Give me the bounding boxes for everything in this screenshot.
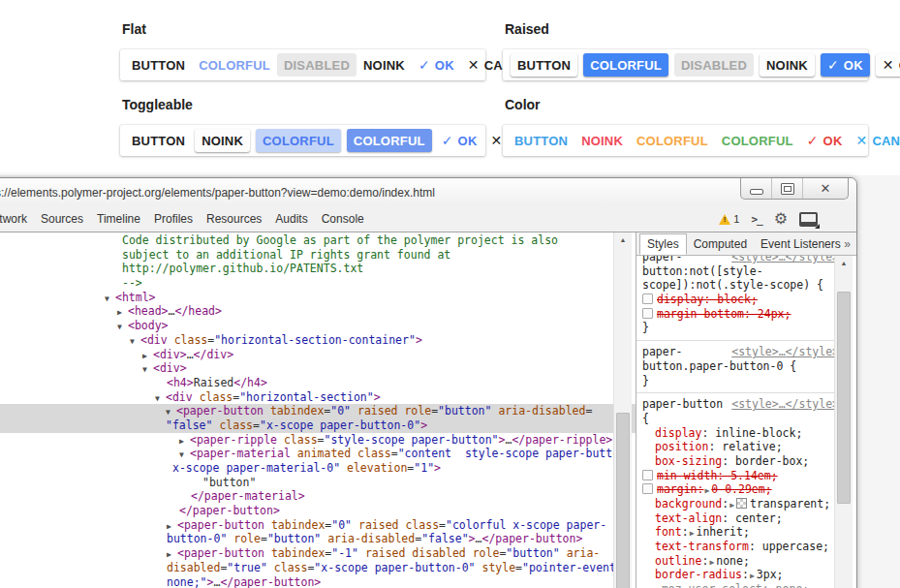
devtools-tab-network[interactable]: Network: [0, 212, 34, 226]
css-line[interactable]: }: [636, 374, 842, 388]
css-line[interactable]: {: [636, 412, 842, 426]
styles-tab-styles[interactable]: Styles: [639, 233, 687, 255]
devtools-tab-audits[interactable]: Audits: [268, 212, 314, 226]
console-toggle-icon[interactable]: >_: [751, 213, 761, 226]
noink-button[interactable]: NOINK: [760, 53, 815, 77]
css-line[interactable]: display: block;: [636, 293, 842, 307]
tree-line[interactable]: ▼<div>: [0, 361, 636, 376]
stylesheet-link[interactable]: <style>…</style>: [731, 345, 839, 359]
css-line[interactable]: -moz-user-select: none;: [636, 582, 842, 588]
tree-line[interactable]: subject to an additional IP rights grant…: [0, 248, 636, 263]
styles-tab-event-listeners[interactable]: Event Listeners: [754, 234, 848, 254]
css-line[interactable]: outline:▶none;: [636, 554, 842, 569]
tree-arrow-icon[interactable]: ▼: [105, 293, 115, 307]
css-line[interactable]: text-transform: uppercase;: [636, 540, 842, 554]
more-tabs-icon[interactable]: »: [844, 237, 851, 251]
colorful-button[interactable]: COLORFUL: [256, 129, 341, 152]
tree-line[interactable]: ▼<div class="horizontal-section-containe…: [0, 333, 636, 348]
noink-button[interactable]: NOINK: [574, 129, 630, 152]
css-line[interactable]: position: relative;: [636, 440, 842, 454]
stylesheet-link[interactable]: <style>…</style>: [731, 397, 839, 412]
scroll-up-arrow-icon[interactable]: ▲: [614, 232, 632, 247]
expand-arrow-icon[interactable]: ▶: [704, 486, 709, 495]
property-checkbox[interactable]: [642, 483, 653, 494]
styles-scrollbar-thumb[interactable]: [837, 292, 851, 504]
stylesheet-link[interactable]: <style>…</style>: [731, 256, 839, 264]
button-button[interactable]: BUTTON: [125, 53, 192, 77]
styles-tab-computed[interactable]: Computed: [687, 234, 754, 254]
css-line[interactable]: }: [636, 321, 842, 335]
tree-line[interactable]: http://polymer.github.io/PATENTS.txt: [0, 262, 636, 276]
warnings-counter[interactable]: 1: [719, 213, 739, 225]
colorful-button[interactable]: COLORFUL: [630, 129, 715, 152]
button-button[interactable]: BUTTON: [125, 129, 192, 152]
property-checkbox[interactable]: [642, 294, 653, 304]
colorful-button[interactable]: COLORFUL: [715, 129, 800, 152]
devtools-tab-profiles[interactable]: Profiles: [147, 212, 200, 226]
ok-button[interactable]: ✓OK: [412, 53, 461, 77]
css-line[interactable]: button.paper-button-0 {: [636, 359, 842, 374]
ok-button[interactable]: ✓OK: [435, 129, 484, 152]
tree-arrow-icon[interactable]: ▼: [117, 321, 128, 335]
tree-line[interactable]: -->: [0, 276, 636, 291]
tree-line[interactable]: </paper-button>: [0, 504, 636, 518]
close-button[interactable]: ✕: [803, 178, 848, 199]
css-line[interactable]: scope]):not(.style-scope) {: [636, 278, 842, 293]
button-button[interactable]: BUTTON: [508, 129, 574, 152]
css-line[interactable]: paper-<style>…</style>: [636, 345, 842, 359]
tree-line[interactable]: </paper-material>: [0, 489, 636, 504]
devtools-tab-console[interactable]: Console: [315, 212, 371, 226]
css-line[interactable]: font:▶inherit;: [636, 525, 842, 540]
colorful-button[interactable]: COLORFUL: [583, 53, 668, 77]
tree-line[interactable]: ▼<html>: [0, 291, 636, 305]
styles-scrollbar[interactable]: ▲: [834, 256, 853, 588]
css-line[interactable]: min-width: 5.14em;: [636, 469, 842, 483]
tree-line[interactable]: ▶<paper-ripple class="style-scope paper-…: [0, 433, 636, 448]
tree-arrow-icon[interactable]: ▼: [155, 392, 166, 407]
tree-line[interactable]: ▼<body>: [0, 319, 636, 333]
tree-line[interactable]: x-scope paper-material-0" elevation="1">: [0, 461, 636, 476]
cancel-button[interactable]: ✕CANCEL: [849, 129, 900, 152]
gear-icon[interactable]: ⚙: [774, 211, 788, 227]
disabled-button[interactable]: DISABLED: [674, 53, 754, 77]
tree-line[interactable]: ▼<div class="horizontal-section">: [0, 390, 636, 405]
css-line[interactable]: display: inline-block;: [636, 426, 842, 441]
tree-arrow-icon[interactable]: ▼: [142, 363, 153, 378]
css-line[interactable]: paper-button<style>…</style>: [636, 397, 842, 412]
restore-button[interactable]: [772, 178, 803, 199]
devtools-tab-resources[interactable]: Resources: [200, 212, 268, 226]
expand-arrow-icon[interactable]: ▶: [690, 529, 695, 538]
tree-line[interactable]: ▶<head>…</head>: [0, 304, 636, 319]
css-line[interactable]: background:▶transparent;: [636, 497, 842, 511]
noink-button[interactable]: NOINK: [357, 53, 412, 77]
tree-line[interactable]: <h4>Raised</h4>: [0, 376, 636, 390]
css-line[interactable]: margin:▶0 0.29em;: [636, 482, 842, 497]
colorful-button[interactable]: COLORFUL: [347, 129, 432, 152]
tree-line[interactable]: ▶<paper-button tabindex="-1" raised disa…: [0, 546, 636, 561]
css-line[interactable]: button:not([style-: [636, 264, 842, 279]
tree-line[interactable]: ▶<paper-button tabindex="0" raised class…: [0, 518, 636, 533]
ok-button[interactable]: ✓OK: [800, 129, 850, 152]
disabled-button[interactable]: DISABLED: [277, 53, 357, 77]
minimize-button[interactable]: [741, 178, 772, 199]
css-line[interactable]: paper-<style>…</style>: [636, 256, 842, 264]
css-line[interactable]: margin-bottom: 24px;: [636, 307, 842, 322]
button-button[interactable]: BUTTON: [511, 53, 577, 77]
dock-side-icon[interactable]: [799, 212, 818, 227]
elements-scrollbar[interactable]: ▲: [613, 232, 632, 588]
tree-line[interactable]: disabled="true" class="x-scope paper-but…: [0, 561, 636, 575]
expand-arrow-icon[interactable]: ▶: [750, 572, 755, 580]
tree-line[interactable]: "button": [0, 476, 636, 490]
property-checkbox[interactable]: [642, 308, 653, 319]
css-line[interactable]: box-sizing: border-box;: [636, 454, 842, 469]
window-titlebar[interactable]: https://elements.polymer-project.org/ele…: [0, 178, 856, 206]
scroll-up-arrow-icon[interactable]: ▲: [835, 256, 853, 270]
tree-line[interactable]: none;">…</paper-button>: [0, 575, 636, 588]
css-line[interactable]: text-align: center;: [636, 511, 842, 526]
cancel-button[interactable]: ✕CANCEL: [876, 53, 900, 77]
tree-arrow-icon[interactable]: ▼: [130, 335, 140, 350]
tree-line[interactable]: ▼<paper-material animated class="content…: [0, 447, 636, 461]
tree-line[interactable]: ▼<paper-button tabindex="0" raised role=…: [0, 404, 636, 418]
tree-line[interactable]: Code distributed by Google as part of th…: [0, 233, 636, 248]
tree-line[interactable]: ▶<div>…</div>: [0, 348, 636, 362]
